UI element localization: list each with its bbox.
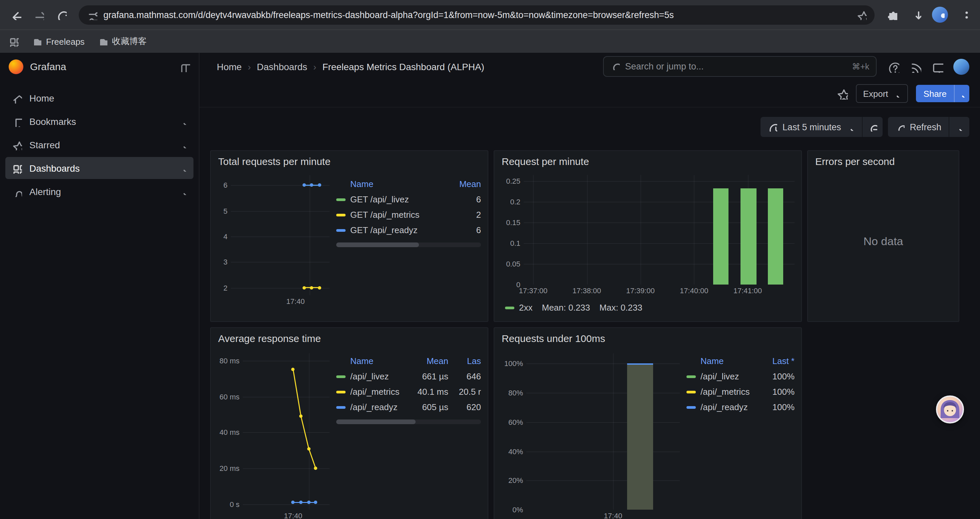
share-main[interactable]: Share xyxy=(916,85,954,102)
chevron-down-icon[interactable] xyxy=(180,163,188,173)
apps-grid-icon[interactable] xyxy=(8,36,19,47)
chevron-down-icon[interactable] xyxy=(180,139,188,150)
bookmark-icon xyxy=(11,116,22,126)
bookmark-folder-blogs[interactable]: 收藏博客 xyxy=(98,35,147,48)
extensions-icon[interactable] xyxy=(881,4,903,26)
y-tick-label: 80 ms xyxy=(220,357,240,365)
site-settings-icon[interactable] xyxy=(87,10,97,20)
panel-title[interactable]: Total requests per minute xyxy=(211,151,488,167)
help-icon[interactable] xyxy=(887,61,899,72)
url-bar[interactable]: grafana.mathmast.com/d/deytv4rwavabkb/fr… xyxy=(79,5,875,24)
forward-button[interactable] xyxy=(28,4,49,26)
panel-errors-per-second[interactable]: Errors per second No data xyxy=(807,150,959,322)
search-input[interactable]: Search or jump to... ⌘+k xyxy=(603,56,877,77)
kiosk-monitor-icon[interactable] xyxy=(931,61,943,72)
panel-title[interactable]: Errors per second xyxy=(808,151,959,167)
legend-row[interactable]: /api/_metrics100% xyxy=(686,384,795,399)
favorite-star-button[interactable] xyxy=(835,88,848,99)
y-tick-label: 60% xyxy=(508,418,523,426)
share-caret-button[interactable] xyxy=(954,85,969,102)
legend-row[interactable]: GET /api/_readyz6 xyxy=(336,222,481,238)
grafana-logo[interactable] xyxy=(9,59,23,74)
gridline xyxy=(527,451,680,452)
y-tick-label: 0.2 xyxy=(510,198,520,206)
browser-menu-button[interactable] xyxy=(953,4,975,26)
app-header: Home › Dashboards › Freeleaps Metrics Da… xyxy=(199,53,980,80)
legend-row[interactable]: GET /api/_livez6 xyxy=(336,192,481,207)
share-button[interactable]: Share xyxy=(916,85,969,102)
y-tick-label: 2 xyxy=(223,284,228,292)
panel-title[interactable]: Requests under 100ms xyxy=(494,328,801,344)
legend-row[interactable]: /api/_livez661 µs646 xyxy=(336,369,481,384)
panel-title[interactable]: Average response time xyxy=(211,328,488,344)
chevron-down-icon[interactable] xyxy=(180,186,188,197)
series-name: /api/_livez xyxy=(350,371,405,382)
browser-profile-avatar[interactable] xyxy=(932,7,948,23)
panel-average-response-time[interactable]: Average response time 80 ms60 ms40 ms20 … xyxy=(210,327,488,519)
plot-area[interactable] xyxy=(527,353,680,509)
sidebar-item-starred[interactable]: Starred xyxy=(5,134,194,156)
series-value: 620 xyxy=(453,402,481,412)
series-value: 6 xyxy=(446,194,481,204)
legend-row[interactable]: /api/_livez100% xyxy=(686,369,795,384)
legend-column-header[interactable]: Name xyxy=(700,356,758,366)
series-swatch xyxy=(336,229,345,232)
legend-scrollbar[interactable] xyxy=(336,243,481,247)
legend-row[interactable]: /api/_metrics40.1 ms20.5 r xyxy=(336,384,481,399)
legend-column-header[interactable]: Mean xyxy=(446,179,481,189)
legend-series[interactable]: 2xx xyxy=(505,303,532,313)
user-avatar[interactable] xyxy=(953,58,969,75)
refresh-button[interactable]: Refresh xyxy=(888,117,949,137)
panel-title[interactable]: Request per minute xyxy=(494,151,801,167)
legend-column-header[interactable]: Las xyxy=(453,356,481,366)
breadcrumb-home[interactable]: Home xyxy=(217,61,242,72)
legend-column-header[interactable]: Mean xyxy=(410,356,448,366)
plot-area[interactable] xyxy=(524,175,795,284)
plot-area[interactable] xyxy=(243,353,329,509)
export-button[interactable]: Export xyxy=(856,84,908,103)
series-value: 605 µs xyxy=(410,402,448,412)
panel-request-per-minute[interactable]: Request per minute 0.250.20.150.10.050 1… xyxy=(494,150,802,322)
data-point xyxy=(307,447,310,450)
downloads-button[interactable] xyxy=(905,4,927,26)
bookmark-star-icon[interactable] xyxy=(856,10,867,20)
sidebar-item-bookmarks[interactable]: Bookmarks xyxy=(5,110,194,132)
news-rss-icon[interactable] xyxy=(909,61,921,72)
zoom-out-button[interactable] xyxy=(862,117,882,137)
time-range-picker[interactable]: Last 5 minutes xyxy=(760,117,862,137)
legend: 2xx Mean: 0.233 Max: 0.233 xyxy=(501,303,795,313)
legend-row[interactable]: /api/_readyz100% xyxy=(686,399,795,415)
scrollbar-thumb[interactable] xyxy=(336,420,416,424)
legend-series-label: 2xx xyxy=(519,303,532,313)
breadcrumb-dashboards[interactable]: Dashboards xyxy=(257,61,307,72)
sidebar: Grafana Home Bookmarks Starred xyxy=(0,53,199,519)
x-axis: 17:40 xyxy=(231,295,329,306)
bookmark-folder-freeleaps[interactable]: Freeleaps xyxy=(32,36,85,47)
data-point xyxy=(314,501,317,504)
back-button[interactable] xyxy=(5,4,27,26)
floating-assistant-avatar[interactable] xyxy=(936,395,964,423)
y-axis: 80 ms60 ms40 ms20 ms0 s xyxy=(218,353,243,509)
chevron-down-icon[interactable] xyxy=(180,116,188,126)
refresh-interval-caret[interactable] xyxy=(949,117,969,137)
legend-row[interactable]: /api/_readyz605 µs620 xyxy=(336,399,481,415)
legend-scrollbar[interactable] xyxy=(336,420,481,424)
sidebar-collapse-button[interactable] xyxy=(180,61,190,72)
panel-requests-under-100ms[interactable]: Requests under 100ms 100%80%60%40%20%0% … xyxy=(494,327,802,519)
legend-column-header[interactable]: Name xyxy=(350,356,405,366)
reload-button[interactable] xyxy=(51,4,72,26)
panel-total-requests-per-minute[interactable]: Total requests per minute 65432 17:40 xyxy=(210,150,488,322)
plot-area[interactable] xyxy=(231,175,329,295)
y-tick-label: 0% xyxy=(512,506,523,514)
search-shortcut: ⌘+k xyxy=(852,61,869,72)
scrollbar-thumb[interactable] xyxy=(336,243,418,247)
legend-column-header[interactable]: Name xyxy=(350,179,442,189)
sidebar-item-alerting[interactable]: Alerting xyxy=(5,180,194,203)
legend-column-header[interactable]: Last * xyxy=(762,356,795,366)
sidebar-item-home[interactable]: Home xyxy=(5,87,194,109)
url-text[interactable]: grafana.mathmast.com/d/deytv4rwavabkb/fr… xyxy=(103,10,850,20)
legend-row[interactable]: GET /api/_metrics2 xyxy=(336,207,481,222)
folder-icon xyxy=(98,36,107,47)
sidebar-item-dashboards[interactable]: Dashboards xyxy=(5,157,194,179)
bell-icon xyxy=(11,186,22,197)
